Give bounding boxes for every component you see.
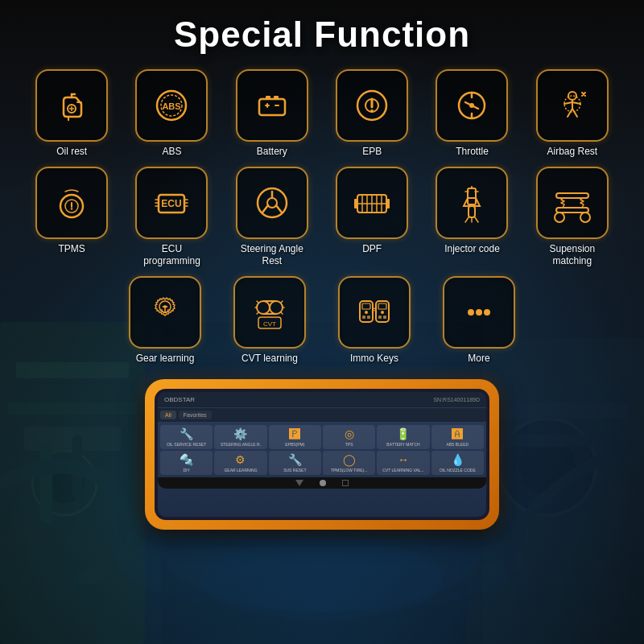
icon-box-throttle [436, 69, 508, 142]
svg-point-29 [568, 92, 576, 100]
tablet-icon-cvt-t: ↔ [398, 453, 409, 466]
svg-point-68 [468, 309, 474, 316]
tablet-label-cvt: CVT LEARNING VAL... [382, 468, 424, 473]
icon-item-oil-rest[interactable]: Oil rest [24, 69, 119, 159]
tablet-nav-bar [158, 477, 486, 489]
icon-label-dpf: DPF [362, 243, 382, 256]
tablet-label-diy: DIY [183, 468, 189, 473]
tablet-icon-tpms-t: ◯ [343, 453, 356, 466]
tablet-label-tps: TPS [345, 442, 353, 447]
tablet-icon-abs-t: 🅰 [452, 427, 463, 440]
svg-rect-22 [266, 96, 270, 99]
icon-item-battery[interactable]: Battery [225, 69, 320, 159]
icon-item-airbag[interactable]: Airbag Rest [525, 69, 620, 159]
icon-item-more[interactable]: More [443, 276, 515, 365]
tablet-inner-shell: OBDSTAR SN:RS14001189D All Favorites 🔧 O… [155, 389, 489, 520]
tablet-icon-tps: ◎ [345, 427, 354, 440]
tablet-tab-favorites[interactable]: Favorites [179, 411, 212, 419]
icon-label-steering: Steering Angle Rest [236, 243, 308, 268]
tablet-cell-sus[interactable]: 🔧 SUS RESET [269, 451, 321, 475]
svg-rect-66 [378, 316, 382, 319]
icon-item-suspension[interactable]: Supension matching [525, 167, 620, 268]
svg-rect-67 [383, 316, 386, 319]
tablet-cell-battery[interactable]: 🔋 BATTERY MATCH [377, 425, 429, 449]
icon-box-steering [236, 167, 308, 239]
icon-label-immo-keys: Immo Keys [350, 353, 398, 365]
tablet-icons-grid: 🔧 OIL SERVICE RESET ⚙️ STEERING ANGLE R.… [158, 423, 486, 477]
icon-item-abs[interactable]: ABS ABS [124, 69, 219, 159]
svg-point-52 [580, 213, 590, 222]
icon-label-more: More [468, 353, 489, 365]
icon-box-suspension [536, 167, 609, 239]
icon-item-throttle[interactable]: Throttle [424, 69, 519, 159]
svg-rect-23 [274, 96, 279, 99]
icon-box-ecu: ECU [135, 167, 208, 239]
svg-point-70 [484, 309, 490, 316]
tablet-cell-oil[interactable]: 🔧 OIL SERVICE RESET [160, 425, 213, 449]
icon-item-epb[interactable]: EPB [324, 69, 419, 159]
svg-rect-45 [354, 199, 357, 208]
svg-point-26 [370, 109, 374, 113]
icon-label-epb: EPB [362, 146, 382, 159]
tablet-label-battery: BATTERY MATCH [386, 442, 419, 447]
icon-item-ecu[interactable]: ECU ECU programming [124, 167, 219, 268]
tablet-recent-button[interactable] [342, 480, 349, 486]
tablet-label-epbs: EPBS(PM) [285, 442, 304, 447]
tablet-icon-gear-t: ⚙ [235, 453, 246, 466]
icon-label-abs: ABS [162, 146, 181, 159]
icon-item-injector[interactable]: Injector code [424, 167, 519, 268]
tablet-cell-cvt[interactable]: ↔ CVT LEARNING VAL... [377, 451, 429, 475]
svg-point-65 [381, 311, 384, 314]
tablet-label-gear: GEAR LEARNING [224, 468, 257, 473]
tablet-tab-all[interactable]: All [160, 411, 176, 419]
icons-row-1: Oil rest ABS ABS [24, 69, 620, 159]
tablet-device: OBDSTAR SN:RS14001189D All Favorites 🔧 O… [145, 379, 499, 530]
icon-item-dpf[interactable]: DPF [324, 167, 419, 268]
tablet-icon-diy: 🔩 [180, 453, 193, 466]
icon-label-gear-learning: Gear learning [136, 353, 195, 365]
icon-item-cvt-learning[interactable]: CVT CVT learning [233, 276, 306, 365]
tablet-cell-tpms[interactable]: ◯ TPMS(LOW TIRE)... [323, 451, 375, 475]
icon-label-battery: Battery [257, 146, 287, 159]
icon-box-injector [436, 167, 508, 239]
tablet-cell-steering[interactable]: ⚙️ STEERING ANGLE R. [214, 425, 266, 449]
tablet-cell-tps[interactable]: ◎ TPS [323, 425, 375, 449]
svg-rect-64 [378, 303, 386, 309]
icons-row-3: Gear learning C [24, 276, 620, 365]
tablet-label-tpms: TPMS(LOW TIRE)... [331, 468, 367, 473]
tablet-cell-gear[interactable]: ⚙ GEAR LEARNING [214, 451, 266, 475]
svg-rect-62 [367, 316, 370, 319]
tablet-serial: SN:RS14001189D [433, 397, 480, 402]
icon-item-steering[interactable]: Steering Angle Rest [225, 167, 320, 268]
icon-label-oil-rest: Oil rest [56, 146, 87, 159]
tablet-brand: OBDSTAR [164, 396, 195, 403]
icon-label-throttle: Throttle [456, 146, 489, 159]
tablet-back-button[interactable] [295, 480, 303, 486]
icon-box-battery [236, 69, 308, 142]
tablet-cell-oil-nozzle[interactable]: 💧 OIL NOZZLE CODE [431, 451, 484, 475]
tablet-cell-diy[interactable]: 🔩 DIY [160, 451, 213, 475]
tablet-label-sus: SUS RESET [283, 468, 306, 473]
svg-point-28 [469, 103, 474, 108]
svg-text:ECU: ECU [162, 198, 182, 209]
svg-rect-50 [556, 208, 588, 213]
tablet-cell-abs-bleed[interactable]: 🅰 ABS BLEED [431, 425, 484, 449]
svg-point-37 [267, 198, 277, 208]
tablet-home-button[interactable] [320, 480, 326, 486]
icon-item-immo-keys[interactable]: Immo Keys [338, 276, 411, 365]
svg-rect-49 [556, 193, 588, 198]
icon-item-tpms[interactable]: TPMS [24, 167, 119, 268]
tablet-outer-shell: OBDSTAR SN:RS14001189D All Favorites 🔧 O… [145, 379, 499, 530]
icon-label-injector: Injector code [444, 243, 500, 256]
main-content: Special Function Oil rest [0, 0, 644, 644]
svg-point-69 [476, 309, 482, 316]
icon-item-gear-learning[interactable]: Gear learning [129, 276, 201, 365]
tablet-label-abs-bleed: ABS BLEED [446, 442, 469, 447]
tablet-header: OBDSTAR SN:RS14001189D [158, 392, 486, 408]
svg-point-51 [555, 213, 564, 222]
icon-label-ecu: ECU programming [135, 243, 208, 268]
tablet-cell-epbs[interactable]: 🅿 EPBS(PM) [269, 425, 321, 449]
svg-rect-61 [362, 316, 365, 319]
svg-point-60 [365, 311, 368, 314]
tablet-icon-battery-t: 🔋 [396, 427, 410, 440]
